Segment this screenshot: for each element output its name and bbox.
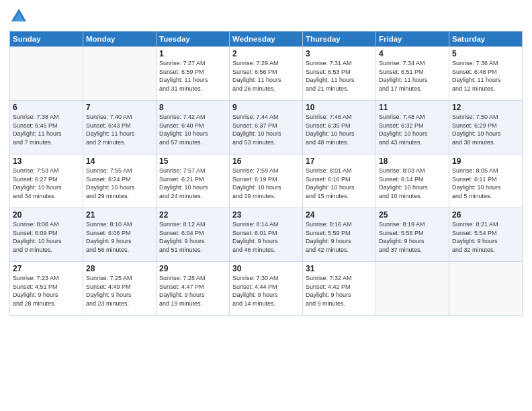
day-info: Sunrise: 7:29 AM Sunset: 6:56 PM Dayligh… bbox=[232, 59, 300, 93]
day-number: 25 bbox=[379, 210, 446, 220]
calendar-cell: 16Sunrise: 7:59 AM Sunset: 6:19 PM Dayli… bbox=[230, 154, 303, 208]
day-info: Sunrise: 8:05 AM Sunset: 6:11 PM Dayligh… bbox=[452, 167, 519, 200]
day-number: 26 bbox=[452, 210, 519, 220]
calendar-header-tuesday: Tuesday bbox=[157, 32, 230, 47]
calendar-cell: 1Sunrise: 7:27 AM Sunset: 6:59 PM Daylig… bbox=[157, 47, 230, 101]
calendar-cell bbox=[376, 262, 449, 316]
day-info: Sunrise: 7:44 AM Sunset: 6:37 PM Dayligh… bbox=[232, 113, 300, 146]
day-info: Sunrise: 8:03 AM Sunset: 6:14 PM Dayligh… bbox=[379, 167, 446, 200]
day-info: Sunrise: 7:55 AM Sunset: 6:24 PM Dayligh… bbox=[86, 167, 153, 200]
day-info: Sunrise: 7:59 AM Sunset: 6:19 PM Dayligh… bbox=[232, 167, 300, 200]
day-number: 8 bbox=[159, 103, 226, 112]
day-info: Sunrise: 7:25 AM Sunset: 4:49 PM Dayligh… bbox=[86, 274, 153, 308]
calendar-cell: 6Sunrise: 7:38 AM Sunset: 6:45 PM Daylig… bbox=[10, 101, 83, 154]
day-number: 9 bbox=[232, 103, 300, 112]
calendar-week-1: 1Sunrise: 7:27 AM Sunset: 6:59 PM Daylig… bbox=[10, 47, 523, 101]
logo bbox=[9, 7, 31, 26]
calendar-cell: 26Sunrise: 8:21 AM Sunset: 5:54 PM Dayli… bbox=[449, 208, 523, 262]
calendar-cell: 12Sunrise: 7:50 AM Sunset: 6:29 PM Dayli… bbox=[449, 101, 523, 154]
calendar-cell: 28Sunrise: 7:25 AM Sunset: 4:49 PM Dayli… bbox=[83, 262, 157, 316]
calendar-cell: 24Sunrise: 8:16 AM Sunset: 5:59 PM Dayli… bbox=[303, 208, 376, 262]
day-info: Sunrise: 7:28 AM Sunset: 4:47 PM Dayligh… bbox=[159, 274, 226, 308]
day-info: Sunrise: 7:34 AM Sunset: 6:51 PM Dayligh… bbox=[379, 59, 446, 93]
calendar-cell: 25Sunrise: 8:19 AM Sunset: 5:56 PM Dayli… bbox=[376, 208, 449, 262]
calendar-cell: 9Sunrise: 7:44 AM Sunset: 6:37 PM Daylig… bbox=[230, 101, 303, 154]
day-info: Sunrise: 8:16 AM Sunset: 5:59 PM Dayligh… bbox=[306, 220, 373, 254]
calendar-header-friday: Friday bbox=[376, 32, 449, 47]
calendar-cell: 17Sunrise: 8:01 AM Sunset: 6:16 PM Dayli… bbox=[303, 154, 376, 208]
calendar-cell: 30Sunrise: 7:30 AM Sunset: 4:44 PM Dayli… bbox=[230, 262, 303, 316]
day-number: 11 bbox=[379, 103, 446, 112]
calendar-header-thursday: Thursday bbox=[303, 32, 376, 47]
calendar-cell bbox=[449, 262, 523, 316]
day-info: Sunrise: 7:36 AM Sunset: 6:48 PM Dayligh… bbox=[452, 59, 519, 93]
day-info: Sunrise: 8:19 AM Sunset: 5:56 PM Dayligh… bbox=[379, 220, 446, 254]
calendar-week-4: 20Sunrise: 8:08 AM Sunset: 6:09 PM Dayli… bbox=[10, 208, 523, 262]
logo-icon bbox=[9, 7, 28, 26]
calendar-week-2: 6Sunrise: 7:38 AM Sunset: 6:45 PM Daylig… bbox=[10, 101, 523, 154]
day-info: Sunrise: 8:08 AM Sunset: 6:09 PM Dayligh… bbox=[13, 220, 80, 254]
day-number: 5 bbox=[452, 49, 519, 58]
day-number: 24 bbox=[306, 210, 373, 220]
day-number: 15 bbox=[159, 156, 226, 166]
calendar-cell: 3Sunrise: 7:31 AM Sunset: 6:53 PM Daylig… bbox=[303, 47, 376, 101]
calendar-header-sunday: Sunday bbox=[10, 32, 83, 47]
day-number: 18 bbox=[379, 156, 446, 166]
calendar-header-saturday: Saturday bbox=[449, 32, 523, 47]
calendar-cell: 2Sunrise: 7:29 AM Sunset: 6:56 PM Daylig… bbox=[230, 47, 303, 101]
calendar: SundayMondayTuesdayWednesdayThursdayFrid… bbox=[9, 31, 523, 316]
day-info: Sunrise: 8:21 AM Sunset: 5:54 PM Dayligh… bbox=[452, 220, 519, 254]
day-info: Sunrise: 7:23 AM Sunset: 4:51 PM Dayligh… bbox=[13, 274, 80, 308]
calendar-cell: 13Sunrise: 7:53 AM Sunset: 6:27 PM Dayli… bbox=[10, 154, 83, 208]
calendar-cell: 23Sunrise: 8:14 AM Sunset: 6:01 PM Dayli… bbox=[230, 208, 303, 262]
calendar-cell: 27Sunrise: 7:23 AM Sunset: 4:51 PM Dayli… bbox=[10, 262, 83, 316]
day-info: Sunrise: 8:10 AM Sunset: 6:06 PM Dayligh… bbox=[86, 220, 153, 254]
day-number: 4 bbox=[379, 49, 446, 58]
day-number: 2 bbox=[232, 49, 300, 58]
day-info: Sunrise: 7:57 AM Sunset: 6:21 PM Dayligh… bbox=[159, 167, 226, 200]
calendar-week-5: 27Sunrise: 7:23 AM Sunset: 4:51 PM Dayli… bbox=[10, 262, 523, 316]
day-number: 1 bbox=[159, 49, 226, 58]
day-number: 13 bbox=[13, 156, 80, 166]
day-number: 29 bbox=[159, 264, 226, 273]
day-number: 27 bbox=[13, 264, 80, 273]
calendar-cell: 19Sunrise: 8:05 AM Sunset: 6:11 PM Dayli… bbox=[449, 154, 523, 208]
day-number: 20 bbox=[13, 210, 80, 220]
calendar-cell: 11Sunrise: 7:48 AM Sunset: 6:32 PM Dayli… bbox=[376, 101, 449, 154]
day-info: Sunrise: 7:46 AM Sunset: 6:35 PM Dayligh… bbox=[306, 113, 373, 146]
day-info: Sunrise: 8:14 AM Sunset: 6:01 PM Dayligh… bbox=[232, 220, 300, 254]
day-number: 30 bbox=[232, 264, 300, 273]
calendar-cell: 20Sunrise: 8:08 AM Sunset: 6:09 PM Dayli… bbox=[10, 208, 83, 262]
calendar-cell: 18Sunrise: 8:03 AM Sunset: 6:14 PM Dayli… bbox=[376, 154, 449, 208]
day-number: 3 bbox=[306, 49, 373, 58]
calendar-cell: 14Sunrise: 7:55 AM Sunset: 6:24 PM Dayli… bbox=[83, 154, 157, 208]
day-number: 31 bbox=[306, 264, 373, 273]
day-info: Sunrise: 7:31 AM Sunset: 6:53 PM Dayligh… bbox=[306, 59, 373, 93]
calendar-cell: 31Sunrise: 7:32 AM Sunset: 4:42 PM Dayli… bbox=[303, 262, 376, 316]
day-number: 12 bbox=[452, 103, 519, 112]
day-info: Sunrise: 8:12 AM Sunset: 6:04 PM Dayligh… bbox=[159, 220, 226, 254]
day-number: 22 bbox=[159, 210, 226, 220]
calendar-header-monday: Monday bbox=[83, 32, 157, 47]
calendar-cell bbox=[83, 47, 157, 101]
calendar-cell bbox=[10, 47, 83, 101]
calendar-header-row: SundayMondayTuesdayWednesdayThursdayFrid… bbox=[10, 32, 523, 47]
day-info: Sunrise: 7:30 AM Sunset: 4:44 PM Dayligh… bbox=[232, 274, 300, 308]
calendar-cell: 29Sunrise: 7:28 AM Sunset: 4:47 PM Dayli… bbox=[157, 262, 230, 316]
day-info: Sunrise: 7:27 AM Sunset: 6:59 PM Dayligh… bbox=[159, 59, 226, 93]
day-info: Sunrise: 7:42 AM Sunset: 6:40 PM Dayligh… bbox=[159, 113, 226, 146]
day-info: Sunrise: 7:32 AM Sunset: 4:42 PM Dayligh… bbox=[306, 274, 373, 308]
day-number: 28 bbox=[86, 264, 153, 273]
day-number: 23 bbox=[232, 210, 300, 220]
calendar-cell: 5Sunrise: 7:36 AM Sunset: 6:48 PM Daylig… bbox=[449, 47, 523, 101]
day-number: 21 bbox=[86, 210, 153, 220]
day-info: Sunrise: 7:53 AM Sunset: 6:27 PM Dayligh… bbox=[13, 167, 80, 200]
day-info: Sunrise: 7:38 AM Sunset: 6:45 PM Dayligh… bbox=[13, 113, 80, 146]
header bbox=[9, 7, 523, 26]
calendar-week-3: 13Sunrise: 7:53 AM Sunset: 6:27 PM Dayli… bbox=[10, 154, 523, 208]
calendar-cell: 21Sunrise: 8:10 AM Sunset: 6:06 PM Dayli… bbox=[83, 208, 157, 262]
day-info: Sunrise: 7:48 AM Sunset: 6:32 PM Dayligh… bbox=[379, 113, 446, 146]
calendar-cell: 7Sunrise: 7:40 AM Sunset: 6:43 PM Daylig… bbox=[83, 101, 157, 154]
day-number: 14 bbox=[86, 156, 153, 166]
day-number: 16 bbox=[232, 156, 300, 166]
